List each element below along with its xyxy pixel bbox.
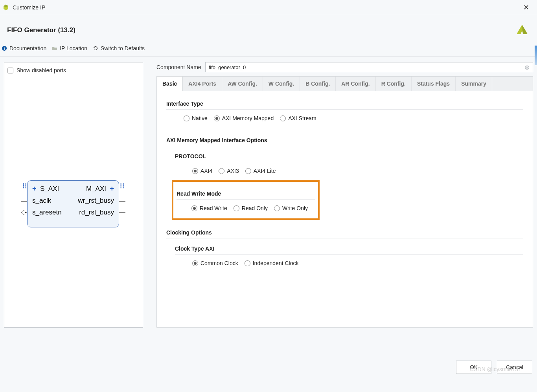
port-rd-rst-busy: rd_rst_busy [79, 209, 114, 216]
radio-axi4[interactable]: AXI4 [192, 168, 212, 174]
folder-icon [52, 46, 57, 51]
app-icon [2, 4, 9, 11]
port-s-aresetn: s_aresetn [32, 209, 62, 216]
radio-axi-stream[interactable]: AXI Stream [280, 115, 316, 121]
wire-icon [21, 201, 27, 201]
port-wr-rst-busy: wr_rst_busy [78, 197, 114, 205]
window-title: Customize IP [13, 4, 45, 11]
protocol-title: PROTOCOL [175, 153, 523, 162]
refresh-icon [93, 46, 98, 51]
clock-type-title: Clock Type AXI [175, 245, 523, 255]
tab-summary[interactable]: Summary [456, 77, 492, 91]
port-m-axi: M_AXI [86, 185, 106, 192]
tab-w-config[interactable]: W Config. [263, 77, 300, 91]
show-disabled-checkbox[interactable] [7, 68, 13, 73]
ip-location-link[interactable]: IP Location [52, 45, 87, 51]
page-title: FIFO Generator (13.2) [7, 26, 75, 34]
wire-icon [119, 201, 125, 201]
radio-read-write[interactable]: Read Write [191, 205, 227, 211]
radio-write-only[interactable]: Write Only [274, 205, 308, 211]
invert-bubble-icon [22, 211, 26, 214]
component-name-value: fifo_generator_0 [209, 64, 246, 70]
rw-mode-highlight: Read Write Mode Read Write Read Only Wri… [172, 180, 320, 220]
radio-axi4-lite[interactable]: AXI4 Lite [245, 168, 276, 174]
tab-status-flags[interactable]: Status Flags [412, 77, 456, 91]
ip-preview-pane: Show disabled ports ┇┇ ┇┇ + S_AXI M_AXI … [4, 62, 143, 328]
radio-axi3[interactable]: AXI3 [219, 168, 239, 174]
wire-icon [119, 212, 125, 213]
clocking-options-title: Clocking Options [166, 229, 523, 238]
switch-defaults-label: Switch to Defaults [101, 45, 145, 51]
radio-read-only[interactable]: Read Only [234, 205, 268, 211]
info-icon: i [2, 46, 7, 51]
documentation-link[interactable]: i Documentation [2, 45, 46, 51]
radio-native[interactable]: Native [184, 115, 208, 121]
port-s-aclk: s_aclk [32, 197, 51, 205]
port-s-axi: S_AXI [40, 185, 59, 192]
radio-independent-clock[interactable]: Independent Clock [245, 260, 299, 266]
bus-decor-icon: ┇┇ [120, 183, 124, 189]
interface-type-title: Interface Type [166, 101, 523, 110]
switch-defaults-link[interactable]: Switch to Defaults [93, 45, 145, 51]
rw-mode-title: Read Write Mode [177, 191, 315, 200]
tab-r-config[interactable]: R Config. [376, 77, 412, 91]
svg-text:i: i [4, 46, 5, 51]
edge-decor [535, 46, 537, 65]
tab-axi4-ports[interactable]: AXI4 Ports [183, 77, 222, 91]
config-tabs: Basic AXI4 Ports AW Config. W Config. B … [156, 76, 533, 91]
vendor-logo-icon [514, 23, 530, 37]
tab-aw-config[interactable]: AW Config. [222, 77, 263, 91]
ip-location-label: IP Location [60, 45, 87, 51]
radio-axi-mm[interactable]: AXI Memory Mapped [214, 115, 274, 121]
tab-ar-config[interactable]: AR Config. [336, 77, 375, 91]
clear-icon[interactable]: ⊗ [524, 64, 530, 71]
tab-basic[interactable]: Basic [157, 77, 183, 91]
cancel-button[interactable]: Cancel [497, 361, 532, 374]
ip-block-symbol: ┇┇ ┇┇ + S_AXI M_AXI + s_aclk wr_rst_busy… [27, 180, 119, 227]
config-body: Interface Type Native AXI Memory Mapped … [156, 91, 533, 328]
component-name-input[interactable]: fifo_generator_0 ⊗ [205, 62, 533, 72]
show-disabled-label: Show disabled ports [17, 67, 66, 73]
component-name-label: Component Name [156, 64, 201, 70]
radio-common-clock[interactable]: Common Clock [192, 260, 238, 266]
documentation-label: Documentation [9, 45, 46, 51]
axi-mm-options-title: AXI Memory Mapped Interface Options [166, 137, 523, 146]
bus-decor-icon: ┇┇ [22, 183, 27, 189]
close-icon[interactable]: ✕ [521, 2, 531, 13]
tab-b-config[interactable]: B Config. [300, 77, 336, 91]
ok-button[interactable]: OK [456, 361, 491, 374]
